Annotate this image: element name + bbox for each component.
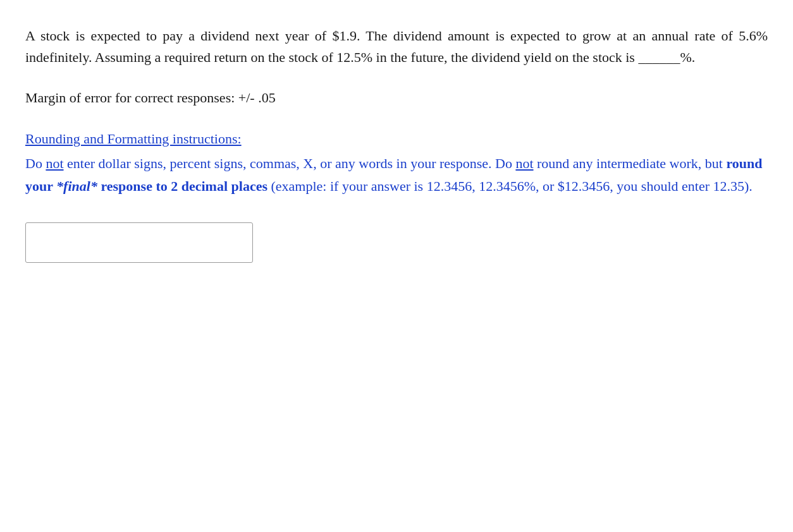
rounding-part2: enter dollar signs, percent signs, comma…	[64, 155, 516, 171]
rounding-body: Do not enter dollar signs, percent signs…	[25, 155, 762, 193]
rounding-part3: round any intermediate work, but	[534, 155, 727, 171]
margin-error: Margin of error for correct responses: +…	[25, 87, 768, 109]
answer-container	[25, 222, 768, 263]
rounding-not1: not	[46, 155, 63, 171]
question-body: A stock is expected to pay a dividend ne…	[25, 28, 768, 65]
rounding-section: Rounding and Formatting instructions: Do…	[25, 128, 768, 197]
rounding-rest: response to 2 decimal places	[97, 178, 267, 194]
rounding-part4: (example: if your answer is 12.3456, 12.…	[267, 178, 753, 194]
question-text: A stock is expected to pay a dividend ne…	[25, 25, 768, 68]
rounding-not2: not	[515, 155, 533, 171]
answer-input[interactable]	[25, 222, 253, 263]
margin-error-text: Margin of error for correct responses: +…	[25, 90, 276, 106]
rounding-part1: Do	[25, 155, 46, 171]
rounding-final: *final*	[56, 178, 97, 194]
rounding-link[interactable]: Rounding and Formatting instructions:	[25, 128, 768, 150]
